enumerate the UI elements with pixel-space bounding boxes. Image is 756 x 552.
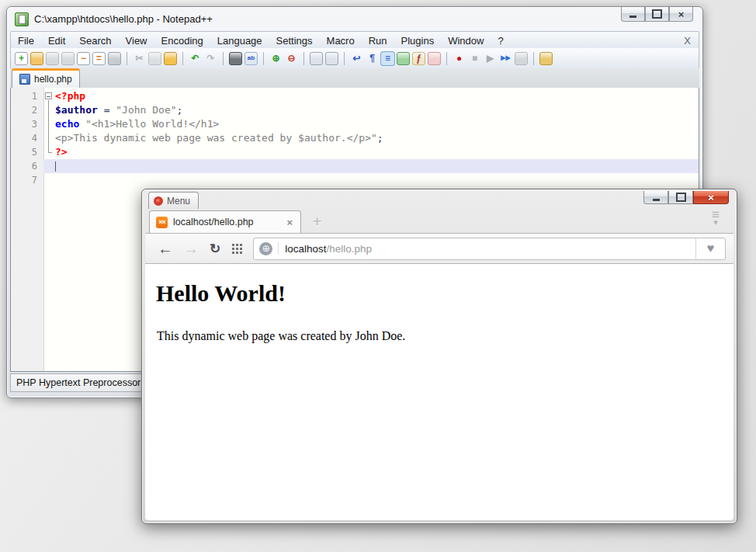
menu-item-file[interactable]: File bbox=[11, 35, 41, 47]
macro-stop-icon[interactable]: ■ bbox=[468, 52, 481, 65]
macro-play-icon[interactable]: ▶ bbox=[484, 52, 497, 65]
fold-guide bbox=[43, 145, 54, 159]
menu-item-macro[interactable]: Macro bbox=[320, 35, 362, 47]
toolbar: +−=✂↶↷ab⊕⊖↩¶≡ƒ●■▶▶▶ bbox=[10, 48, 699, 69]
sync-vertical-scroll-icon[interactable] bbox=[310, 52, 323, 65]
fold-guide bbox=[43, 173, 54, 187]
tab-close-icon[interactable]: × bbox=[285, 217, 294, 228]
url-host: localhost bbox=[285, 243, 326, 255]
page-paragraph: This dynamic web page was created by Joh… bbox=[157, 329, 733, 343]
window-controls: × bbox=[621, 7, 693, 22]
menubar-close-document-icon[interactable]: X bbox=[684, 35, 699, 47]
window-controls: × bbox=[643, 191, 729, 204]
opera-menu-label: Menu bbox=[167, 196, 190, 207]
document-tabbar: hello.php bbox=[10, 68, 699, 89]
tab-localhost-hello-php[interactable]: ×× localhost/hello.php × bbox=[149, 210, 301, 233]
close-file-icon[interactable]: − bbox=[77, 52, 90, 65]
menu-item-edit[interactable]: Edit bbox=[41, 35, 72, 47]
menu-item-encoding[interactable]: Encoding bbox=[154, 35, 210, 47]
code-line-7: 7 bbox=[11, 173, 699, 187]
macro-run-multiple-icon[interactable]: ▶▶ bbox=[499, 52, 512, 65]
opera-window: Menu × ×× localhost/hello.php × + ≡ ▾ ← … bbox=[141, 189, 737, 524]
save-icon[interactable] bbox=[46, 52, 59, 65]
code-line-2: 2$author = "John Doe"; bbox=[11, 103, 699, 117]
code-lines: 1−<?php2$author = "John Doe";3echo "<h1>… bbox=[11, 88, 699, 187]
chevron-down-icon: ▾ bbox=[713, 220, 718, 225]
notepadpp-titlebar[interactable]: C:\xampp\htdocs\hello.php - Notepad++ × bbox=[7, 7, 702, 31]
find-icon[interactable] bbox=[229, 52, 242, 65]
tab-label: localhost/hello.php bbox=[173, 217, 279, 227]
desktop: C:\xampp\htdocs\hello.php - Notepad++ × … bbox=[0, 0, 756, 552]
function-list-icon[interactable]: ƒ bbox=[412, 52, 425, 65]
menu-item-language[interactable]: Language bbox=[210, 35, 269, 47]
fold-guide bbox=[43, 159, 54, 173]
reload-button[interactable]: ↻ bbox=[210, 242, 220, 255]
menu-item-search[interactable]: Search bbox=[72, 35, 118, 47]
zoom-out-icon[interactable]: ⊖ bbox=[285, 52, 298, 65]
indent-guide-icon[interactable]: ≡ bbox=[381, 52, 394, 65]
line-number: 1 bbox=[11, 89, 43, 103]
undo-icon[interactable]: ↶ bbox=[189, 52, 202, 65]
forward-button[interactable]: → bbox=[183, 241, 199, 256]
speed-dial-grid-icon[interactable] bbox=[232, 244, 242, 254]
line-number: 4 bbox=[11, 131, 43, 145]
code-line-1: 1−<?php bbox=[11, 89, 699, 103]
fold-guide bbox=[43, 131, 54, 145]
print-icon[interactable] bbox=[108, 52, 121, 65]
menu-item-plugins[interactable]: Plugins bbox=[394, 35, 442, 47]
toolbar-separator bbox=[303, 52, 304, 65]
close-all-files-icon[interactable]: = bbox=[92, 52, 106, 65]
address-bar[interactable]: ⊕ localhost /hello.php ♥ bbox=[253, 238, 726, 260]
document-map-icon[interactable] bbox=[397, 52, 410, 65]
new-file-icon[interactable]: + bbox=[15, 52, 28, 65]
menu-item-help[interactable]: ? bbox=[491, 35, 510, 47]
fold-guide bbox=[43, 103, 54, 117]
fold-guide bbox=[43, 117, 54, 131]
site-info-globe-icon[interactable]: ⊕ bbox=[259, 242, 272, 255]
sync-horizontal-scroll-icon[interactable] bbox=[325, 52, 338, 65]
copy-icon[interactable] bbox=[148, 52, 161, 65]
menu-item-window[interactable]: Window bbox=[441, 35, 491, 47]
navigation-bar: ← → ↻ ⊕ localhost /hello.php ♥ bbox=[145, 233, 733, 264]
monitoring-icon[interactable] bbox=[539, 52, 553, 65]
minimize-button[interactable] bbox=[621, 7, 645, 22]
menu-item-view[interactable]: View bbox=[119, 35, 154, 47]
minimize-button[interactable] bbox=[643, 191, 668, 204]
replace-icon[interactable]: ab bbox=[244, 52, 258, 65]
macro-record-icon[interactable]: ● bbox=[453, 52, 466, 65]
tab-menu-icon[interactable]: ≡ ▾ bbox=[712, 211, 720, 224]
tab-hello-php[interactable]: hello.php bbox=[12, 68, 80, 88]
text-caret bbox=[55, 161, 56, 172]
fold-collapse-icon[interactable]: − bbox=[45, 92, 52, 99]
macro-save-icon[interactable] bbox=[515, 52, 528, 65]
show-all-characters-icon[interactable]: ¶ bbox=[366, 52, 379, 65]
menu-item-settings[interactable]: Settings bbox=[269, 35, 320, 47]
opera-menu-button[interactable]: Menu bbox=[148, 192, 199, 209]
bookmark-button[interactable]: ♥ bbox=[695, 238, 725, 259]
new-tab-button[interactable]: + bbox=[308, 213, 326, 229]
word-wrap-icon[interactable]: ↩ bbox=[350, 52, 363, 65]
notepadpp-app-icon bbox=[15, 12, 29, 26]
folder-as-workspace-icon[interactable] bbox=[428, 52, 441, 65]
save-all-icon[interactable] bbox=[61, 52, 75, 65]
maximize-button[interactable] bbox=[645, 7, 669, 22]
zoom-in-icon[interactable]: ⊕ bbox=[269, 52, 283, 65]
maximize-button[interactable] bbox=[668, 191, 693, 204]
line-number: 7 bbox=[11, 173, 43, 187]
opera-logo-icon bbox=[154, 196, 163, 206]
toolbar-separator bbox=[182, 52, 183, 65]
back-button[interactable]: ← bbox=[158, 241, 173, 256]
close-button[interactable]: × bbox=[669, 7, 693, 22]
close-button[interactable]: × bbox=[693, 191, 729, 204]
window-title: C:\xampp\htdocs\hello.php - Notepad++ bbox=[34, 13, 213, 25]
cut-icon[interactable]: ✂ bbox=[133, 52, 146, 65]
line-number: 2 bbox=[11, 103, 43, 117]
open-file-icon[interactable] bbox=[30, 52, 43, 65]
paste-icon[interactable] bbox=[164, 52, 177, 65]
tab-label: hello.php bbox=[34, 74, 72, 85]
code-token bbox=[79, 118, 85, 130]
menu-item-run[interactable]: Run bbox=[362, 35, 394, 47]
page-heading: Hello World! bbox=[156, 280, 733, 307]
code-token: <?php bbox=[55, 90, 85, 102]
redo-icon[interactable]: ↷ bbox=[204, 52, 217, 65]
